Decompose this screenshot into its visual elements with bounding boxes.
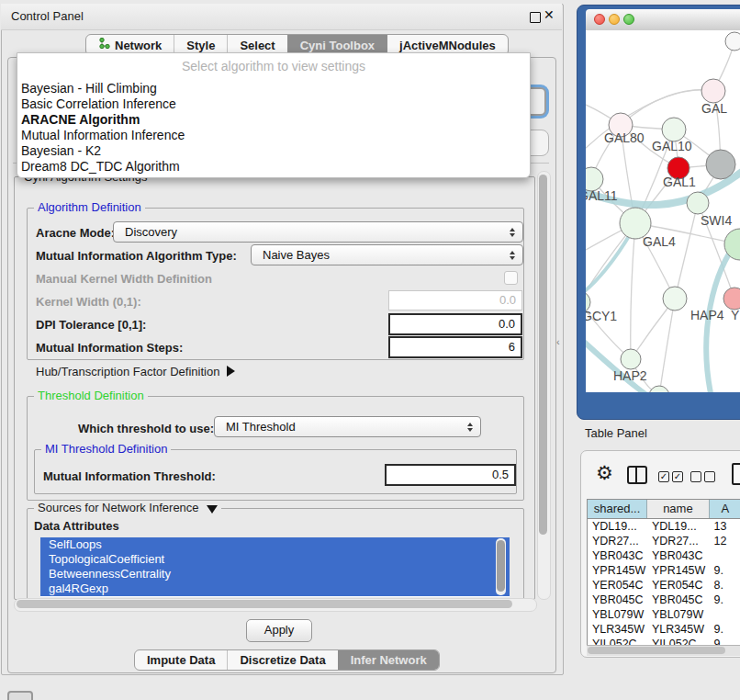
column-header-name[interactable]: name (647, 500, 710, 518)
node-hap4[interactable] (663, 287, 687, 310)
network-edge (675, 203, 698, 299)
table-row[interactable]: YDR27...YDR27...12 (588, 534, 740, 548)
column-header-a[interactable]: A (710, 500, 740, 518)
mi-steps-input[interactable]: 6 (388, 336, 522, 358)
panel-divider-handle[interactable]: ‹ (556, 336, 560, 347)
collapsed-arrow-icon (227, 366, 235, 377)
table-cell: YLR345W (588, 622, 647, 637)
algorithm-dropdown-list: Bayesian - Hill ClimbingBasic Correlatio… (17, 81, 530, 175)
list-scrollbar-thumb[interactable] (497, 540, 505, 592)
mi-algorithm-type-label: Mutual Information Algorithm Type: (36, 249, 237, 263)
algorithm-option[interactable]: Bayesian - K2 (17, 143, 530, 159)
settings-vscroll-thumb[interactable] (539, 175, 547, 535)
expanded-arrow-icon (207, 505, 218, 514)
node-gray[interactable] (706, 150, 735, 179)
list-scrollbar[interactable] (496, 538, 506, 595)
node-gal-pink[interactable] (701, 79, 725, 103)
table-hscroll-thumb[interactable] (588, 647, 725, 654)
new-table-icon[interactable] (732, 463, 740, 485)
node-table: shared...nameA YDL19...YDL19...13YDR27..… (587, 499, 740, 646)
table-cell: 12 (710, 534, 740, 548)
tab-infer-network[interactable]: Infer Network (338, 650, 439, 670)
network-node-label: SWI4 (701, 213, 732, 228)
table-row[interactable]: YBL079WYBL079W (588, 607, 740, 622)
manual-kernel-width-checkbox[interactable] (504, 271, 518, 285)
minimized-panel-icon[interactable] (7, 691, 33, 700)
close-traffic-light-icon[interactable] (594, 14, 605, 25)
table-settings-gear-icon[interactable]: ⚙ (596, 463, 613, 483)
network-node-label: GAL4 (643, 234, 676, 249)
mi-algorithm-type-select[interactable]: Naive Bayes (251, 244, 523, 265)
zoom-traffic-light-icon[interactable] (623, 14, 634, 25)
dpi-tolerance-input[interactable]: 0.0 (388, 313, 522, 335)
table-row[interactable]: YDL19...YDL19...13 (588, 519, 740, 534)
hub-definition-toggle[interactable]: Hub/Transcription Factor Definition (36, 365, 235, 378)
algorithm-definition-title: Algorithm Definition (34, 201, 145, 214)
select-all-icon[interactable]: ✓ (658, 471, 669, 482)
hub-definition-label: Hub/Transcription Factor Definition (36, 365, 219, 378)
attribute-list-item[interactable]: gal4RGexp (40, 581, 510, 596)
application-background: Control Panel ✕ NetworkStyleSelectCyni T… (0, 0, 740, 700)
float-panel-icon[interactable] (530, 12, 541, 23)
column-header-shared[interactable]: shared... (588, 500, 647, 518)
node-hap2[interactable] (621, 349, 641, 369)
table-panel-window: ⚙ ✓ ✓ shared...nameA YDL19...YDL19...13Y… (580, 450, 740, 658)
kernel-width-label: Kernel Width (0,1): (36, 295, 141, 309)
table-row[interactable]: YBR045CYBR045C9. (588, 593, 740, 607)
table-cell: YPR145W (588, 563, 647, 578)
table-cell: YBR045C (647, 593, 710, 607)
node[interactable] (649, 386, 669, 392)
mi-algorithm-type-value: Naive Bayes (263, 245, 330, 265)
table-cell: YBR043C (647, 548, 710, 563)
which-threshold-select[interactable]: MI Threshold (214, 416, 481, 437)
close-panel-icon[interactable]: ✕ (544, 7, 555, 22)
dpi-tolerance-label: DPI Tolerance [0,1]: (36, 318, 146, 332)
attribute-list-item[interactable]: TopologicalCoefficient (40, 552, 510, 567)
algorithm-option[interactable]: Bayesian - Hill Climbing (17, 81, 530, 96)
mi-threshold-input[interactable]: 0.5 (385, 464, 516, 486)
settings-hscroll-thumb[interactable] (17, 600, 512, 608)
network-view-window[interactable]: GALGAL80GAL10GAL1GAL11SWI4GAL4HAP4YGCY1H… (577, 5, 740, 420)
network-edge (631, 223, 635, 359)
tab-discretize-data[interactable]: Discretize Data (227, 650, 337, 670)
tab-impute-data[interactable]: Impute Data (135, 650, 227, 670)
data-attributes-list[interactable]: SelfLoopsTopologicalCoefficientBetweenne… (40, 537, 510, 597)
algorithm-option[interactable]: ARACNE Algorithm (17, 112, 530, 128)
kernel-width-input[interactable]: 0.0 (388, 290, 522, 310)
network-canvas[interactable]: GALGAL80GAL10GAL1GAL11SWI4GAL4HAP4YGCY1H… (586, 30, 740, 392)
node-pink-right[interactable] (723, 288, 740, 310)
algorithm-dropdown-popup[interactable]: Select algorithm to view settings Bayesi… (17, 52, 531, 178)
sources-group-title[interactable]: Sources for Network Inference (34, 502, 221, 514)
table-row[interactable]: YER054CYER054C8. (588, 578, 740, 593)
table-horizontal-scrollbar[interactable] (587, 645, 740, 656)
node[interactable] (725, 32, 740, 51)
deselect-all-icon[interactable] (704, 471, 715, 482)
table-cell (710, 548, 740, 563)
table-row[interactable]: YPR145WYPR145W9. (588, 563, 740, 578)
algorithm-option[interactable]: Basic Correlation Inference (17, 96, 530, 112)
table-cell: YDR27... (588, 534, 647, 548)
table-cell: 9. (710, 622, 740, 637)
mi-threshold-group-title: MI Threshold Definition (41, 443, 171, 456)
minimize-traffic-light-icon[interactable] (609, 14, 620, 25)
tab-label: Select (240, 39, 275, 52)
deselect-all-icon[interactable] (690, 471, 701, 482)
settings-vertical-scrollbar[interactable] (537, 171, 551, 600)
network-edge-highlighted (586, 333, 696, 392)
threshold-definition-title: Threshold Definition (34, 390, 148, 402)
table-cell: YBL079W (647, 607, 710, 622)
algorithm-option[interactable]: Mutual Information Inference (17, 128, 530, 143)
table-row[interactable]: YBR043CYBR043C (588, 548, 740, 563)
aracne-mode-select[interactable]: Discovery (113, 221, 523, 243)
attribute-list-item[interactable]: SelfLoops (40, 537, 510, 552)
select-all-icon[interactable]: ✓ (672, 471, 683, 482)
tab-label: jActiveMNodules (399, 39, 496, 52)
table-cell: YDL19... (647, 519, 710, 534)
split-table-icon[interactable] (627, 466, 647, 484)
apply-button[interactable]: Apply (246, 619, 312, 642)
node-swi4[interactable] (687, 192, 709, 214)
attribute-list-item[interactable]: BetweennessCentrality (40, 567, 510, 581)
table-row[interactable]: YLR345WYLR345W9. (588, 622, 740, 637)
settings-horizontal-scrollbar[interactable] (14, 598, 537, 612)
algorithm-option[interactable]: Dream8 DC_TDC Algorithm (17, 159, 530, 175)
